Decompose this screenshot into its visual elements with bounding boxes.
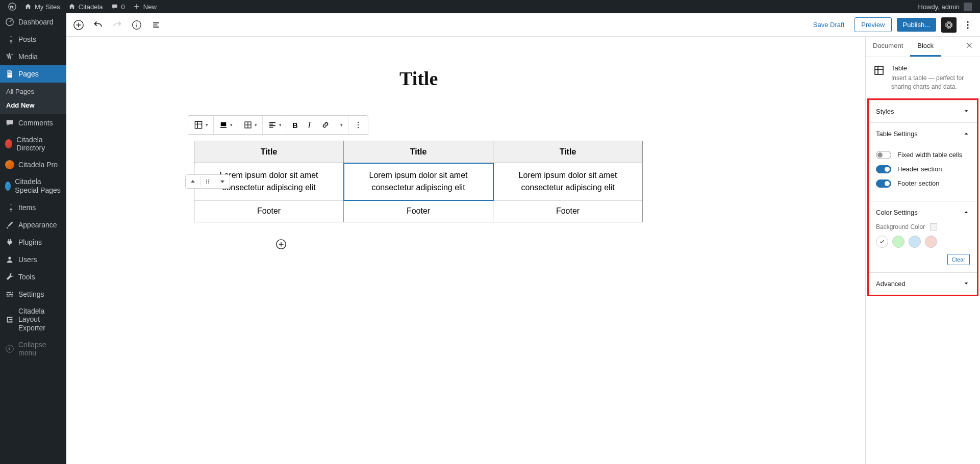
fixed-width-toggle[interactable] xyxy=(876,151,891,159)
sidebar-item-appearance[interactable]: Appearance xyxy=(0,216,66,234)
sidebar-item-posts[interactable]: Posts xyxy=(0,31,66,48)
advanced-panel-header[interactable]: Advanced xyxy=(869,273,977,295)
redo-button[interactable] xyxy=(111,19,123,31)
tab-document[interactable]: Document xyxy=(866,37,910,57)
link-button[interactable] xyxy=(316,116,335,134)
header-section-toggle[interactable] xyxy=(876,165,891,173)
chevron-up-icon xyxy=(963,209,970,216)
more-options-button[interactable] xyxy=(962,19,974,31)
sidebar-item-layout-exporter[interactable]: Citadela Layout Exporter xyxy=(0,303,66,337)
table-settings-header[interactable]: Table Settings xyxy=(869,123,977,145)
sidebar-item-citadela-directory[interactable]: Citadela Directory xyxy=(0,132,66,156)
collapse-icon xyxy=(5,344,14,353)
block-desc-label: Insert a table — perfect for sharing cha… xyxy=(891,74,973,91)
drag-handle[interactable] xyxy=(200,176,215,187)
table-footer-cell[interactable]: Footer xyxy=(344,200,493,222)
chevron-down-icon xyxy=(963,108,970,115)
color-settings-header[interactable]: Color Settings xyxy=(869,201,977,223)
editor-canvas[interactable]: Title ▾ ▾ xyxy=(66,37,865,464)
block-navigation-button[interactable] xyxy=(150,19,162,31)
advanced-heading: Advanced xyxy=(876,280,906,288)
table-header-cell[interactable]: Title xyxy=(493,141,643,163)
sidebar-item-pages[interactable]: Pages xyxy=(0,65,66,83)
sidebar-item-dashboard[interactable]: Dashboard xyxy=(0,13,66,31)
sidebar-item-tools[interactable]: Tools xyxy=(0,268,66,286)
align-button[interactable]: ▾ xyxy=(214,116,238,134)
table-header-cell[interactable]: Title xyxy=(344,141,493,163)
undo-button[interactable] xyxy=(92,19,104,31)
move-down-button[interactable] xyxy=(215,176,230,187)
svg-point-7 xyxy=(967,24,968,25)
sidebar-sub-all-pages[interactable]: All Pages xyxy=(0,85,66,98)
color-swatch-blue[interactable] xyxy=(909,236,921,248)
color-settings-heading: Color Settings xyxy=(876,209,918,216)
italic-button[interactable]: I xyxy=(303,116,316,134)
pin-icon xyxy=(5,203,14,212)
color-swatch-white[interactable] xyxy=(876,236,888,248)
export-icon xyxy=(5,315,14,324)
block-editor: Save Draft Preview Publish... Title xyxy=(66,13,980,464)
table-toolbar: ▾ ▾ ▾ ▾ B I xyxy=(188,115,368,135)
sidebar-item-plugins[interactable]: Plugins xyxy=(0,234,66,251)
page-title[interactable]: Title xyxy=(399,67,624,90)
add-block-below-button[interactable] xyxy=(274,238,288,251)
sidebar-item-citadela-pro[interactable]: Citadela Pro xyxy=(0,156,66,173)
sidebar-label: Citadela Layout Exporter xyxy=(18,307,61,332)
advanced-panel: Advanced xyxy=(869,272,977,295)
move-up-button[interactable] xyxy=(186,176,200,187)
table-block[interactable]: Title Title Title Lorem ipsum dolor sit … xyxy=(194,141,643,222)
comments-link[interactable]: 0 xyxy=(107,3,129,11)
sidebar-item-items[interactable]: Items xyxy=(0,199,66,216)
svg-point-13 xyxy=(206,183,207,184)
table-header-cell[interactable]: Title xyxy=(194,141,344,163)
user-greeting[interactable]: Howdy, admin xyxy=(918,3,960,11)
sidebar-label: Tools xyxy=(18,273,35,281)
change-block-type-button[interactable]: ▾ xyxy=(188,116,213,134)
settings-button[interactable] xyxy=(941,17,957,33)
background-color-row: Background Color xyxy=(876,223,970,230)
sidebar-item-comments[interactable]: Comments xyxy=(0,114,66,132)
plug-icon xyxy=(5,238,14,247)
content-info-button[interactable] xyxy=(131,19,143,31)
edit-table-button[interactable]: ▾ xyxy=(238,116,262,134)
sidebar-item-citadela-special[interactable]: Citadela Special Pages xyxy=(0,173,66,199)
bold-button[interactable]: B xyxy=(287,116,303,134)
more-formatting-button[interactable]: ▾ xyxy=(335,116,348,134)
svg-rect-23 xyxy=(875,66,883,74)
user-avatar[interactable] xyxy=(964,3,972,11)
preview-button[interactable]: Preview xyxy=(855,17,891,32)
header-section-toggle-row: Header section xyxy=(876,165,970,173)
table-cell[interactable]: Lorem ipsum dolor sit amet consectetur a… xyxy=(493,163,643,200)
plus-icon xyxy=(133,3,140,10)
close-inspector-button[interactable] xyxy=(962,37,977,57)
my-sites-link[interactable]: My Sites xyxy=(20,3,64,11)
tab-block[interactable]: Block xyxy=(910,37,941,57)
wp-logo[interactable] xyxy=(4,3,20,11)
svg-rect-17 xyxy=(220,127,227,128)
sidebar-sub-add-new[interactable]: Add New xyxy=(0,98,66,112)
footer-section-toggle[interactable] xyxy=(876,179,891,188)
sidebar-item-users[interactable]: Users xyxy=(0,251,66,268)
sidebar-item-collapse[interactable]: Collapse menu xyxy=(0,337,66,361)
sidebar-item-settings[interactable]: Settings xyxy=(0,286,66,303)
inspector-tabs: Document Block xyxy=(866,37,980,57)
styles-panel-header[interactable]: Styles xyxy=(869,100,977,122)
save-draft-button[interactable]: Save Draft xyxy=(808,18,849,32)
comment-icon xyxy=(5,118,14,127)
sidebar-label: Plugins xyxy=(18,238,42,246)
background-color-label: Background Color xyxy=(876,223,925,230)
color-swatch-green[interactable] xyxy=(892,236,904,248)
new-content-link[interactable]: New xyxy=(129,3,161,11)
footer-section-toggle-row: Footer section xyxy=(876,179,970,188)
table-footer-cell[interactable]: Footer xyxy=(493,200,643,222)
add-block-button[interactable] xyxy=(72,19,85,31)
site-name-link[interactable]: Citadela xyxy=(64,3,107,11)
publish-button[interactable]: Publish... xyxy=(897,18,936,32)
sidebar-item-media[interactable]: Media xyxy=(0,48,66,65)
table-footer-cell[interactable]: Footer xyxy=(194,200,344,222)
table-cell[interactable]: Lorem ipsum dolor sit amet consectetur a… xyxy=(344,163,493,200)
block-more-button[interactable] xyxy=(348,116,368,134)
clear-color-button[interactable]: Clear xyxy=(947,254,970,265)
text-align-button[interactable]: ▾ xyxy=(263,116,287,134)
color-swatch-pink[interactable] xyxy=(925,236,937,248)
